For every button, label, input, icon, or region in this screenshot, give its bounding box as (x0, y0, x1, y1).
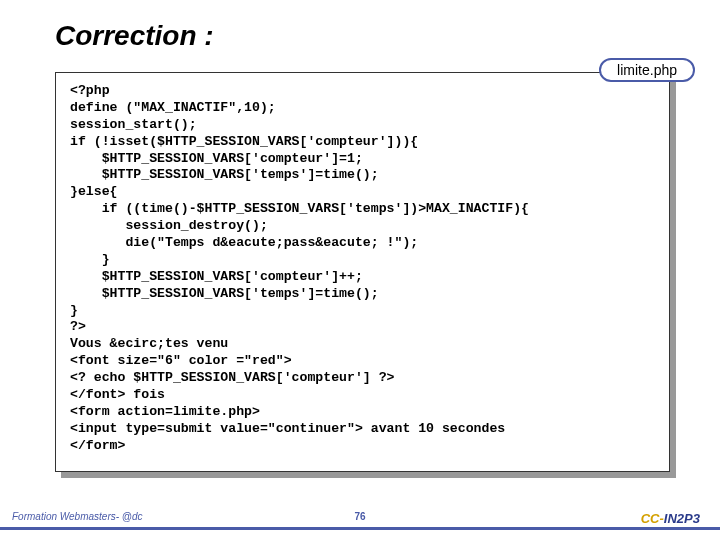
code-box: <?php define ("MAX_INACTIF",10); session… (55, 72, 670, 472)
footer-divider (0, 527, 720, 530)
code-content: <?php define ("MAX_INACTIF",10); session… (70, 83, 655, 455)
code-container: <?php define ("MAX_INACTIF",10); session… (55, 72, 670, 472)
slide-title: Correction : (55, 20, 214, 52)
footer-credit: Formation Webmasters- @dc (12, 511, 143, 522)
page-number: 76 (354, 511, 365, 522)
filename-badge: limite.php (599, 58, 695, 82)
slide: Correction : limite.php <?php define ("M… (0, 0, 720, 540)
logo-cc: CC (641, 511, 660, 526)
footer-logo: CC-IN2P3 (641, 511, 700, 526)
logo-in2p3: IN2P3 (664, 511, 700, 526)
